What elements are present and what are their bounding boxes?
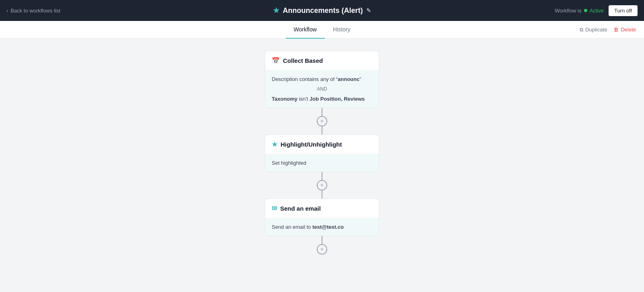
highlight-node: ★ Highlight/Unhighlight Set highlighted bbox=[265, 135, 379, 172]
highlight-action-text: Set highlighted bbox=[272, 160, 306, 166]
condition-2-middle: isn't bbox=[297, 96, 310, 102]
calendar-icon: 📅 bbox=[272, 57, 280, 64]
status-dot-icon bbox=[584, 9, 587, 12]
condition-1-before: Description contains any of “ bbox=[272, 76, 338, 82]
add-step-button-3[interactable]: + bbox=[317, 244, 327, 255]
delete-icon: 🗑 bbox=[613, 27, 619, 33]
connector-2: + bbox=[317, 172, 327, 199]
connector-line-1 bbox=[322, 108, 322, 116]
delete-button[interactable]: 🗑 Delete bbox=[613, 27, 636, 33]
send-email-node: ✉ Send an email Send an email to test@te… bbox=[265, 199, 379, 236]
highlight-wrapper: ★ Highlight/Unhighlight Set highlighted bbox=[265, 135, 379, 172]
add-step-button-1[interactable]: + bbox=[317, 116, 327, 126]
edit-icon[interactable]: ✎ bbox=[366, 7, 371, 14]
send-email-body: Send an email to test@test.co bbox=[265, 218, 379, 236]
duplicate-icon: ⧉ bbox=[580, 27, 583, 33]
star-action-icon: ★ bbox=[272, 141, 277, 148]
status-text: Active bbox=[590, 8, 604, 14]
duplicate-label: Duplicate bbox=[585, 27, 607, 33]
delete-label: Delete bbox=[621, 27, 636, 33]
connector-line-3 bbox=[322, 236, 322, 244]
workflow-title: Announcements (Alert) bbox=[283, 6, 363, 15]
subnav-actions: ⧉ Duplicate 🗑 Delete bbox=[580, 27, 636, 33]
tab-workflow[interactable]: Workflow bbox=[286, 21, 325, 39]
and-divider: AND bbox=[272, 86, 372, 92]
highlight-title: Highlight/Unhighlight bbox=[281, 141, 342, 148]
subnav: Workflow History ⧉ Duplicate 🗑 Delete bbox=[0, 21, 644, 39]
workflow-status-label: Workflow is bbox=[555, 8, 581, 14]
back-button[interactable]: ‹ Back to workflows list bbox=[6, 8, 60, 14]
add-step-button-2[interactable]: + bbox=[317, 180, 327, 191]
email-icon: ✉ bbox=[272, 205, 277, 212]
duplicate-button[interactable]: ⧉ Duplicate bbox=[580, 27, 607, 33]
chevron-left-icon: ‹ bbox=[6, 8, 8, 14]
condition-1-highlight: announc bbox=[338, 76, 359, 82]
workflow-title-area: ★ Announcements (Alert) ✎ bbox=[273, 6, 371, 15]
workflow-canvas: 📅 Collect Based Description contains any… bbox=[0, 39, 644, 292]
connector-line-2 bbox=[322, 172, 322, 180]
header: ‹ Back to workflows list ★ Announcements… bbox=[0, 0, 644, 21]
collect-based-wrapper: 📅 Collect Based Description contains any… bbox=[265, 51, 379, 108]
send-email-wrapper: ✉ Send an email Send an email to test@te… bbox=[265, 199, 379, 236]
connector-line-1b bbox=[322, 126, 322, 135]
star-icon: ★ bbox=[273, 6, 279, 15]
collect-based-body: Description contains any of “announc” AN… bbox=[265, 70, 379, 108]
back-label: Back to workflows list bbox=[10, 8, 60, 14]
tab-group: Workflow History bbox=[286, 21, 359, 39]
condition-2-label: Taxonomy bbox=[272, 96, 297, 102]
send-email-before: Send an email to bbox=[272, 224, 312, 230]
send-email-title: Send an email bbox=[280, 205, 321, 212]
tab-history[interactable]: History bbox=[325, 21, 359, 39]
send-email-address: test@test.co bbox=[312, 224, 344, 230]
connector-line-2b bbox=[322, 191, 322, 199]
header-right: Workflow is Active Turn off bbox=[555, 5, 638, 16]
turn-off-button[interactable]: Turn off bbox=[609, 5, 638, 16]
collect-based-node: 📅 Collect Based Description contains any… bbox=[265, 51, 379, 108]
highlight-body: Set highlighted bbox=[265, 154, 379, 172]
highlight-header: ★ Highlight/Unhighlight bbox=[265, 135, 379, 154]
condition-1: Description contains any of “announc” bbox=[272, 76, 372, 82]
collect-based-header: 📅 Collect Based bbox=[265, 51, 379, 70]
connector-1: + bbox=[317, 108, 327, 135]
connector-3: + bbox=[317, 236, 327, 255]
condition-2: Taxonomy isn't Job Position, Reviews bbox=[272, 96, 372, 102]
send-email-header: ✉ Send an email bbox=[265, 199, 379, 218]
condition-2-values: Job Position, Reviews bbox=[310, 96, 365, 102]
condition-1-after: ” bbox=[359, 76, 361, 82]
workflow-status: Workflow is Active bbox=[555, 8, 604, 14]
collect-based-title: Collect Based bbox=[283, 57, 323, 64]
